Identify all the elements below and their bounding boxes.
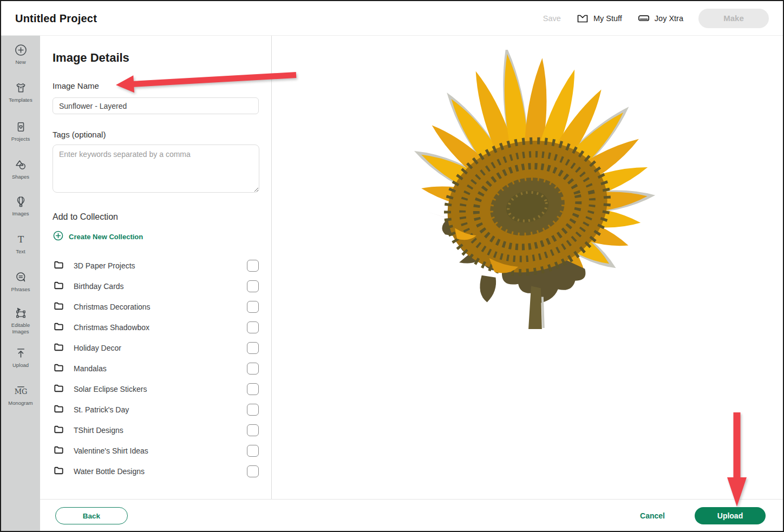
my-stuff-label: My Stuff — [593, 14, 622, 23]
my-stuff-button[interactable]: My Stuff — [576, 12, 622, 25]
collection-row[interactable]: Water Bottle Designs — [53, 461, 259, 482]
collection-row[interactable]: Solar Eclipse Stickers — [53, 379, 259, 399]
sidebar-item-templates[interactable]: Templates — [1, 81, 40, 103]
header-actions: Save My Stuff Joy Xtra Make — [543, 1, 769, 35]
folder-icon — [53, 259, 65, 273]
folder-icon — [53, 362, 65, 376]
folder-icon — [53, 444, 65, 458]
folder-icon — [53, 300, 65, 314]
collection-checkbox[interactable] — [247, 445, 259, 457]
svg-text:T: T — [17, 234, 23, 245]
collection-checkbox[interactable] — [247, 301, 259, 313]
tags-input[interactable] — [53, 145, 259, 193]
cancel-button[interactable]: Cancel — [640, 511, 665, 520]
monogram-icon: MG — [14, 384, 28, 398]
vector-nodes-icon — [14, 306, 28, 320]
my-stuff-icon — [576, 12, 589, 25]
sidebar-item-phrases[interactable]: Phrases — [1, 271, 40, 293]
project-card-icon — [14, 120, 28, 134]
letter-t-icon: T — [14, 233, 28, 246]
bottom-action-bar: Back Cancel Upload — [40, 499, 783, 532]
collection-checkbox[interactable] — [247, 465, 259, 477]
folder-icon — [53, 382, 65, 397]
make-button[interactable]: Make — [698, 9, 769, 28]
collection-checkbox[interactable] — [247, 383, 259, 395]
collection-row[interactable]: St. Patrick's Day — [53, 399, 259, 420]
top-bar: Untitled Project Save My Stuff Jo — [1, 1, 783, 36]
collection-row[interactable]: Mandalas — [53, 358, 259, 379]
app-window: Untitled Project Save My Stuff Jo — [0, 0, 784, 532]
folder-icon — [53, 423, 65, 438]
tshirt-icon — [14, 81, 28, 95]
back-button[interactable]: Back — [55, 507, 128, 524]
collection-row[interactable]: Valentine's Shirt Ideas — [53, 441, 259, 461]
plus-circle-icon — [14, 43, 28, 57]
project-title: Untitled Project — [15, 12, 97, 24]
speech-bubble-icon — [14, 271, 28, 284]
folder-icon — [53, 341, 65, 356]
sidebar-item-images[interactable]: Images — [1, 195, 40, 217]
collection-row[interactable]: Christmas Shadowbox — [53, 317, 259, 338]
collection-row[interactable]: Holiday Decor — [53, 338, 259, 358]
sidebar-item-projects[interactable]: Projects — [1, 120, 40, 142]
image-name-input[interactable] — [53, 97, 259, 114]
sidebar-item-new[interactable]: New — [1, 43, 40, 65]
sidebar-item-text[interactable]: T Text — [1, 233, 40, 255]
create-new-collection-button[interactable]: Create New Collection — [53, 230, 143, 243]
tags-label: Tags (optional) — [53, 130, 106, 139]
collection-checkbox[interactable] — [247, 280, 259, 292]
sidebar-item-upload[interactable]: Upload — [1, 346, 40, 369]
sidebar-item-shapes[interactable]: Shapes — [1, 158, 40, 180]
upload-arrow-icon — [14, 346, 28, 360]
collection-list: 3D Paper Projects Birthday Cards Christm… — [53, 255, 259, 482]
collection-row[interactable]: 3D Paper Projects — [53, 255, 259, 276]
upload-button[interactable]: Upload — [695, 507, 766, 524]
svg-text:MG: MG — [14, 387, 27, 396]
collection-row[interactable]: Birthday Cards — [53, 276, 259, 297]
image-details-panel: Image Details Image Name Tags (optional)… — [40, 36, 272, 500]
folder-icon — [53, 320, 65, 335]
tool-sidebar: New Templates Projects — [1, 36, 40, 532]
folder-icon — [53, 279, 65, 294]
panel-title: Image Details — [53, 51, 129, 65]
collection-checkbox[interactable] — [247, 260, 259, 272]
image-name-label: Image Name — [53, 81, 99, 90]
cutting-machine-icon — [637, 12, 650, 25]
save-button[interactable]: Save — [543, 14, 561, 23]
sunflower-preview-image — [374, 50, 687, 329]
collection-checkbox[interactable] — [247, 321, 259, 333]
shapes-icon — [14, 158, 28, 172]
collection-row[interactable]: TShirt Designs — [53, 420, 259, 441]
hot-air-balloon-icon — [14, 195, 28, 208]
machine-label: Joy Xtra — [655, 14, 683, 23]
folder-icon — [53, 403, 65, 417]
plus-circle-green-icon — [53, 230, 64, 243]
sidebar-item-editable-images[interactable]: Editable Images — [1, 306, 40, 335]
add-to-collection-heading: Add to Collection — [53, 212, 118, 222]
folder-icon — [53, 464, 65, 479]
collection-checkbox[interactable] — [247, 342, 259, 354]
collection-checkbox[interactable] — [247, 424, 259, 436]
collection-checkbox[interactable] — [247, 404, 259, 416]
collection-checkbox[interactable] — [247, 363, 259, 375]
machine-selector[interactable]: Joy Xtra — [637, 12, 683, 25]
collection-row[interactable]: Christmas Decorations — [53, 297, 259, 317]
sidebar-item-monogram[interactable]: MG Monogram — [1, 384, 40, 406]
